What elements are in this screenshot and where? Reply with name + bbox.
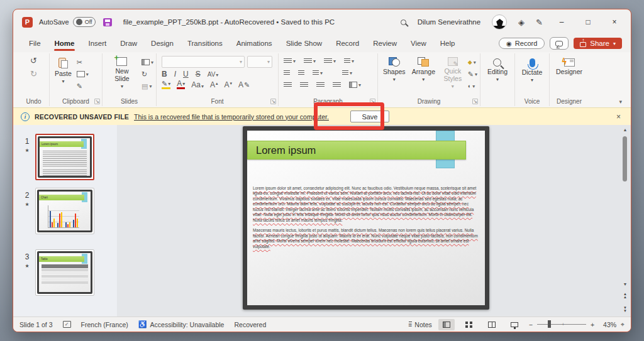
maximize-button[interactable]: □ [580, 18, 596, 26]
record-button[interactable]: ◉ Record [499, 38, 545, 49]
text-highlight-button[interactable]: ✎▾ [162, 80, 170, 89]
columns-button[interactable]: ▾ [313, 68, 323, 77]
text-direction-button[interactable]: ▾ [344, 57, 354, 65]
bullets-button[interactable]: ▾ [284, 57, 296, 65]
reset-slide-button[interactable]: ↻ [142, 70, 153, 78]
shape-effects-button[interactable]: ◐▾ [468, 82, 477, 90]
reading-view-button[interactable] [484, 319, 500, 330]
accessibility-status[interactable]: ♿ Accessibility: Unavailable [138, 320, 225, 328]
share-button[interactable]: Share ▾ [574, 38, 622, 49]
search-icon[interactable] [401, 19, 406, 25]
collapse-ribbon-button[interactable]: ▾ [619, 99, 622, 105]
quick-styles-button[interactable]: Quick Styles ▾ [439, 56, 467, 96]
tab-draw[interactable]: Draw [113, 36, 144, 50]
next-slide-button[interactable]: ▼▼ [620, 306, 630, 313]
tab-transitions[interactable]: Transitions [180, 36, 230, 50]
scroll-down-icon[interactable]: ▼ [620, 282, 630, 286]
paste-button[interactable]: Paste ▾ [52, 56, 74, 96]
save-button[interactable]: Save [350, 111, 389, 122]
tab-view[interactable]: View [404, 36, 433, 50]
fit-to-window-button[interactable]: ⌖ [621, 320, 625, 328]
slide-body-placeholder[interactable]: Lorem ipsum dolor sit amet, consectetur … [253, 186, 479, 254]
section-button[interactable]: ▤▾ [142, 82, 153, 90]
slideshow-view-button[interactable] [506, 319, 523, 330]
quick-save-icon[interactable] [103, 18, 112, 26]
format-painter-button[interactable]: ✎ [77, 82, 89, 90]
notification-link[interactable]: This is a recovered file that is tempora… [134, 113, 329, 121]
redo-button[interactable]: ↻ [30, 69, 37, 78]
tab-record[interactable]: Record [329, 36, 366, 50]
pen-icon[interactable]: ✎ [536, 18, 543, 27]
tab-slide-show[interactable]: Slide Show [279, 36, 330, 50]
increase-indent-button[interactable] [298, 68, 304, 77]
slide-surface[interactable]: Lorem ipsum Lorem ipsum dolor sit amet, … [247, 131, 485, 305]
drawing-dialog-launcher[interactable]: ↘ [472, 99, 478, 104]
previous-slide-button[interactable]: ▲▲ [620, 293, 630, 299]
convert-to-smartart-button[interactable]: ▾ [349, 80, 361, 89]
numbering-button[interactable]: ▾ [304, 57, 316, 65]
slide-2-thumbnail[interactable]: Chart [35, 188, 94, 234]
minimize-button[interactable]: – [554, 18, 569, 26]
slide-3-thumbnail[interactable]: Table [35, 249, 94, 296]
shapes-button[interactable]: Shapes ▾ [380, 56, 408, 96]
animation-star-icon[interactable]: ★ [22, 148, 32, 153]
animation-star-icon[interactable]: ★ [22, 202, 32, 207]
font-dialog-launcher[interactable]: ↘ [270, 99, 276, 104]
zoom-level[interactable]: 43% [599, 321, 616, 328]
tab-design[interactable]: Design [144, 36, 180, 50]
cut-button[interactable]: ✂ [77, 58, 89, 67]
clear-formatting-button[interactable]: A✎ [238, 80, 250, 89]
account-name[interactable]: Dilum Senevirathne [418, 18, 480, 26]
tab-home[interactable]: Home [48, 36, 82, 50]
comments-button[interactable] [550, 37, 569, 50]
font-name-combobox[interactable]: ▾ [162, 56, 245, 68]
close-notification-icon[interactable]: × [616, 112, 623, 121]
underline-button[interactable]: U [183, 70, 189, 78]
font-color-button[interactable]: A▾ [177, 80, 185, 89]
dictate-button[interactable]: Dictate ▾ [519, 56, 545, 96]
tab-help[interactable]: Help [433, 36, 462, 50]
zoom-in-button[interactable]: + [591, 321, 594, 328]
scroll-up-icon[interactable]: ▲ [620, 127, 630, 132]
slide-layout-button[interactable]: ▾ [142, 58, 153, 67]
shape-outline-button[interactable]: ✎▾ [468, 70, 477, 78]
autosave-toggle[interactable]: Off [73, 17, 96, 27]
align-center-button[interactable] [300, 80, 308, 89]
tab-file[interactable]: File [22, 36, 48, 50]
new-slide-button[interactable]: New Slide ▾ [105, 56, 139, 96]
justify-button[interactable] [333, 80, 341, 89]
designer-button[interactable]: ϟ Designer [553, 56, 585, 96]
copy-button[interactable]: ▾ [77, 70, 89, 78]
slide-title-placeholder[interactable]: Lorem ipsum [247, 141, 466, 160]
spell-check-icon[interactable]: ✓ [63, 321, 71, 328]
vertical-scrollbar[interactable]: ▲ ▼ ▲▲ ▼▼ [620, 126, 630, 315]
align-right-button[interactable] [316, 80, 325, 89]
zoom-out-button[interactable]: − [529, 321, 533, 328]
bold-button[interactable]: B [162, 70, 167, 78]
editing-button[interactable]: Editing ▾ [485, 56, 510, 96]
increase-font-size-button[interactable]: A▴ [210, 80, 218, 89]
tab-review[interactable]: Review [366, 36, 404, 50]
animation-star-icon[interactable]: ★ [22, 263, 32, 269]
change-case-button[interactable]: Aa▾ [191, 80, 204, 89]
gem-icon[interactable]: ◈ [518, 18, 525, 27]
scrollbar-thumb[interactable] [623, 136, 627, 181]
avatar[interactable] [492, 14, 507, 30]
line-spacing-button[interactable]: ▾ [324, 57, 336, 65]
notes-button[interactable]: ≡ Notes [409, 321, 432, 328]
close-button[interactable]: × [607, 18, 622, 26]
align-text-button[interactable]: ▾ [342, 68, 352, 77]
zoom-slider-handle[interactable] [548, 320, 551, 328]
zoom-slider[interactable]: + [537, 324, 586, 325]
slide-sorter-view-button[interactable] [461, 319, 477, 330]
undo-button[interactable]: ↺ [30, 56, 37, 65]
tab-insert[interactable]: Insert [81, 36, 113, 50]
strikethrough-button[interactable]: S [196, 70, 201, 78]
align-left-button[interactable] [284, 80, 292, 89]
language-status[interactable]: French (France) [81, 321, 128, 328]
normal-view-button[interactable] [438, 319, 455, 330]
clipboard-dialog-launcher[interactable]: ↘ [94, 99, 100, 104]
shape-fill-button[interactable]: ◆▾ [468, 58, 477, 67]
paragraph-dialog-launcher[interactable]: ↘ [370, 99, 375, 104]
decrease-indent-button[interactable] [284, 68, 290, 77]
